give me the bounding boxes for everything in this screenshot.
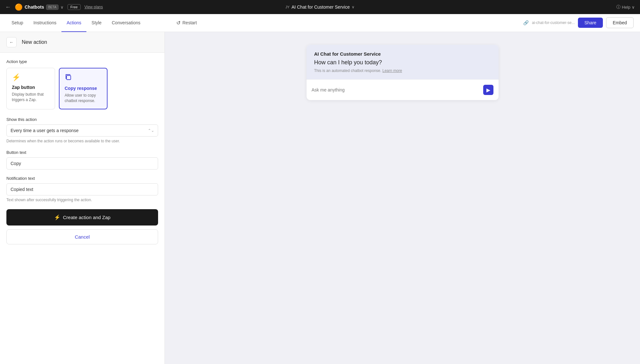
copy-icon bbox=[65, 74, 102, 83]
panel-content: Action type ⚡ Zap button Display button … bbox=[0, 53, 164, 364]
top-nav: ← 🟠 Chatbots BETA ∨ Free View plans JY A… bbox=[0, 0, 640, 14]
chat-input-area: ▶ bbox=[307, 79, 499, 100]
help-icon: ⓘ bbox=[616, 4, 620, 10]
nav-right: ⓘ Help ∨ bbox=[616, 4, 635, 10]
svg-rect-0 bbox=[67, 75, 71, 80]
help-button[interactable]: ⓘ Help ∨ bbox=[616, 4, 635, 10]
embed-button[interactable]: Embed bbox=[606, 17, 634, 28]
button-text-label: Button text bbox=[6, 150, 158, 155]
show-action-section: Show this action Every time a user gets … bbox=[6, 117, 158, 144]
action-card-copy[interactable]: Copy response Allow user to copy chatbot… bbox=[59, 68, 108, 109]
notification-text-hint: Text shown after successfully triggering… bbox=[6, 197, 158, 203]
help-chevron: ∨ bbox=[632, 5, 635, 10]
link-url: ai-chat-for-customer-se... bbox=[532, 20, 575, 25]
show-action-hint: Determines when the action runs or becom… bbox=[6, 138, 158, 144]
panel-header: ← New action bbox=[0, 32, 164, 53]
zap-card-desc: Display button that triggers a Zap. bbox=[12, 92, 50, 103]
zap-icon: ⚡ bbox=[12, 73, 50, 82]
left-tabs: Setup Instructions Actions Style Convers… bbox=[0, 14, 165, 32]
beta-badge: BETA bbox=[46, 4, 59, 10]
button-text-section: Button text bbox=[6, 150, 158, 170]
chat-greeting: How can I help you today? bbox=[314, 59, 491, 66]
show-action-select-wrapper: Every time a user gets a responseOn firs… bbox=[6, 124, 158, 137]
user-icon: JY bbox=[285, 5, 290, 9]
brand-logo: 🟠 Chatbots BETA ∨ bbox=[15, 3, 64, 11]
chat-input[interactable] bbox=[312, 87, 483, 92]
chat-title: AI Chat for Customer Service bbox=[314, 51, 491, 57]
main-layout: ← New action Action type ⚡ Zap button Di… bbox=[0, 32, 640, 364]
view-plans-link[interactable]: View plans bbox=[84, 5, 103, 9]
copy-card-desc: Allow user to copy chatbot response. bbox=[65, 93, 102, 104]
restart-icon: ↺ bbox=[176, 20, 180, 26]
chatbot-title: AI Chat for Customer Service bbox=[292, 4, 350, 10]
chat-automated-text: This is an automated chatbot response. L… bbox=[314, 68, 491, 73]
chat-window: AI Chat for Customer Service How can I h… bbox=[307, 45, 499, 100]
zap-card-title: Zap button bbox=[12, 85, 50, 90]
brand-name: Chatbots bbox=[25, 4, 44, 10]
brand-chevron[interactable]: ∨ bbox=[60, 5, 64, 10]
panel-title: New action bbox=[22, 39, 47, 45]
tab-actions[interactable]: Actions bbox=[61, 14, 86, 32]
notification-text-section: Notification text Text shown after succe… bbox=[6, 176, 158, 203]
copy-card-title: Copy response bbox=[65, 86, 102, 91]
nav-back-button[interactable]: ← bbox=[5, 4, 11, 11]
panel-back-icon: ← bbox=[9, 40, 14, 45]
brand-icon: 🟠 bbox=[15, 3, 23, 11]
button-text-input[interactable] bbox=[6, 157, 158, 170]
nav-center: JY AI Chat for Customer Service ∨ bbox=[285, 4, 355, 10]
cancel-button[interactable]: Cancel bbox=[6, 229, 158, 244]
right-tab-area: ↺ Restart 🔗 ai-chat-for-customer-se... S… bbox=[165, 14, 640, 32]
action-types-list: ⚡ Zap button Display button that trigger… bbox=[6, 68, 158, 109]
action-type-label: Action type bbox=[6, 59, 158, 64]
create-action-button[interactable]: ⚡ Create action and Zap bbox=[6, 209, 158, 226]
link-icon: 🔗 bbox=[523, 20, 529, 25]
share-button[interactable]: Share bbox=[578, 18, 603, 28]
chatbot-chevron[interactable]: ∨ bbox=[352, 5, 355, 9]
action-card-zap[interactable]: ⚡ Zap button Display button that trigger… bbox=[6, 68, 55, 109]
tab-style[interactable]: Style bbox=[86, 14, 107, 32]
learn-more-link[interactable]: Learn more bbox=[382, 68, 402, 73]
notification-text-input[interactable] bbox=[6, 183, 158, 195]
tab-conversations[interactable]: Conversations bbox=[107, 14, 146, 32]
show-action-label: Show this action bbox=[6, 117, 158, 122]
restart-button[interactable]: ↺ Restart bbox=[171, 20, 202, 26]
notification-text-label: Notification text bbox=[6, 176, 158, 181]
right-panel: AI Chat for Customer Service How can I h… bbox=[165, 32, 640, 364]
zap-create-icon: ⚡ bbox=[54, 214, 60, 220]
send-icon: ▶ bbox=[486, 87, 490, 93]
chat-send-button[interactable]: ▶ bbox=[483, 85, 493, 95]
chat-header: AI Chat for Customer Service How can I h… bbox=[307, 45, 499, 79]
left-panel: ← New action Action type ⚡ Zap button Di… bbox=[0, 32, 165, 364]
tab-row: Setup Instructions Actions Style Convers… bbox=[0, 14, 640, 32]
free-badge: Free bbox=[68, 4, 81, 10]
panel-back-button[interactable]: ← bbox=[6, 37, 17, 47]
action-type-section: Action type ⚡ Zap button Display button … bbox=[6, 59, 158, 109]
right-actions: 🔗 ai-chat-for-customer-se... Share Embed bbox=[523, 17, 634, 28]
tab-instructions[interactable]: Instructions bbox=[28, 14, 62, 32]
tab-setup[interactable]: Setup bbox=[6, 14, 28, 32]
show-action-select[interactable]: Every time a user gets a responseOn firs… bbox=[6, 124, 158, 137]
